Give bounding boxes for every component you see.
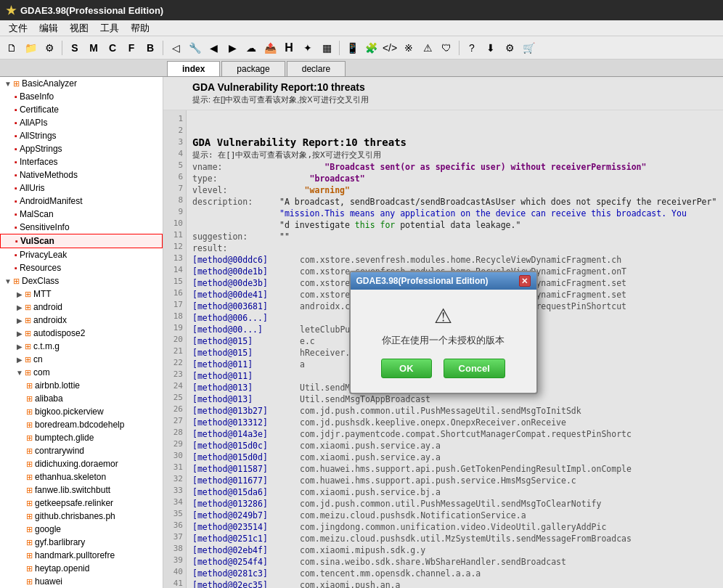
toolbar-arrow-right[interactable]: ▶ [224,39,241,57]
sidebar-item-airbnb[interactable]: ⊞ airbnb.lottie [0,379,163,392]
sidebar-item-ethanhua[interactable]: ⊞ ethanhua.skeleton [0,470,163,483]
item-icon: ⊞ [25,329,31,338]
sidebar-item-sensitiveinfo[interactable]: ▪ SensitiveInfo [0,221,163,234]
sidebar-item-handmark[interactable]: ⊞ handmark.pulltorefre [0,549,163,562]
toolbar-export[interactable]: 📤 [261,39,279,57]
toolbar-cart[interactable]: 🛒 [520,39,537,57]
toolbar-analyze[interactable]: ⚙ [41,39,58,57]
item-label: Interfaces [20,157,58,167]
dexclass-label: DexClass [22,276,59,286]
item-icon: ⊞ [26,394,33,404]
toolbar-open[interactable]: 📁 [22,39,39,57]
sidebar-item-mtt[interactable]: ▶ ⊞ MTT [0,287,163,301]
sidebar-item-google[interactable]: ⊞ google [0,523,163,536]
toolbar-c[interactable]: C [104,39,121,57]
item-label: SensitiveInfo [20,222,70,232]
toolbar-cloud[interactable]: ☁ [242,39,260,57]
sidebar-item-didichuxing[interactable]: ⊞ didichuxing.doraemor [0,457,163,470]
expand-androidx[interactable]: ▶ [15,317,25,324]
sidebar-item-malscan[interactable]: ▪ MalScan [0,208,163,221]
sidebar-item-androidx[interactable]: ▶ ⊞ androidx [0,314,163,327]
tree-root[interactable]: ▼ ⊞ BasicAnalyzer [0,77,163,90]
toolbar-new[interactable]: 🗋 [3,39,20,57]
toolbar-b[interactable]: B [142,39,159,57]
sidebar-item-gyf[interactable]: ⊞ gyf.barlibrary [0,536,163,549]
item-icon: ▪ [15,144,17,153]
menu-item-view[interactable]: 视图 [64,20,94,36]
menu-item-file[interactable]: 文件 [3,20,33,36]
toolbar-f[interactable]: F [123,39,140,57]
sidebar-item-android[interactable]: ▶ ⊞ android [0,301,163,314]
expand-cn[interactable]: ▶ [15,356,25,364]
sidebar-item-huawei[interactable]: ⊞ huawei [0,575,163,588]
toolbar-xml[interactable]: ※ [400,39,417,57]
main-layout: ▼ ⊞ BasicAnalyzer ▪ BaseInfo ▪ Certifica… [0,77,723,588]
expand-android[interactable]: ▶ [15,303,25,311]
expand-mtt[interactable]: ▶ [15,290,25,298]
sidebar-item-privacyleak[interactable]: ▪ PrivacyLeak [0,248,163,261]
toolbar-shield[interactable]: 🛡 [438,39,455,57]
toolbar-tool1[interactable]: 🔧 [186,39,203,57]
sidebar-item-interfaces[interactable]: ▪ Interfaces [0,155,163,168]
expand-dexclass[interactable]: ▼ [3,277,13,285]
sidebar-item-allstrings[interactable]: ▪ AllStrings [0,129,163,142]
tab-declare[interactable]: declare [287,61,346,76]
menu-item-tools[interactable]: 工具 [94,20,125,36]
toolbar-arrow-left2[interactable]: ◁ [167,39,184,57]
tab-bar: index package declare [0,60,723,77]
modal-ok-button[interactable]: OK [381,359,432,378]
toolbar-star[interactable]: ✦ [299,39,316,57]
expand-com[interactable]: ▼ [15,369,25,377]
toolbar-warning[interactable]: ⚠ [419,39,436,57]
modal-close-button[interactable]: ✕ [519,275,531,287]
sidebar-item-nativemethods[interactable]: ▪ NativeMethods [0,168,163,181]
sidebar-item-autodispose2[interactable]: ▶ ⊞ autodispose2 [0,327,163,340]
tree-dexclass[interactable]: ▼ ⊞ DexClass [0,274,163,287]
expand-autodispose2[interactable]: ▶ [15,330,25,338]
sidebar-item-github[interactable]: ⊞ github.chrisbanes.ph [0,510,163,523]
item-icon: ⊞ [26,577,33,587]
toolbar-code[interactable]: </> [381,39,399,57]
modal-body: ⚠ 你正在使用一个未授权的版本 OK Concel [351,290,536,393]
item-icon: ▪ [15,237,18,245]
sidebar-item-ctmg[interactable]: ▶ ⊞ c.t.m.g [0,340,163,353]
toolbar-settings[interactable]: ⚙ [501,39,518,57]
sidebar-item-bigkoo[interactable]: ⊞ bigkoo.pickerview [0,405,163,418]
toolbar-phone[interactable]: 📱 [343,39,361,57]
sidebar-item-alibaba[interactable]: ⊞ alibaba [0,392,163,405]
item-label: PrivacyLeak [20,250,67,260]
sidebar-item-cn[interactable]: ▶ ⊞ cn [0,353,163,366]
menu-item-help[interactable]: 帮助 [125,20,155,36]
toolbar-arrow-left[interactable]: ◀ [205,39,222,57]
toolbar-s[interactable]: S [66,39,83,57]
sidebar-item-baseinfo[interactable]: ▪ BaseInfo [0,90,163,103]
expand-root[interactable]: ▼ [3,80,13,88]
menu-item-edit[interactable]: 编辑 [33,20,64,36]
toolbar-puzzle[interactable]: 🧩 [362,39,380,57]
sidebar-item-resources[interactable]: ▪ Resources [0,261,163,274]
toolbar-download[interactable]: ⬇ [482,39,499,57]
sidebar-item-androidmanifest[interactable]: ▪ AndroidManifest [0,195,163,208]
toolbar-help[interactable]: ? [463,39,481,57]
sidebar-item-allapIs[interactable]: ▪ AllAPIs [0,116,163,129]
sidebar-item-appstrings[interactable]: ▪ AppStrings [0,142,163,155]
sidebar-item-contrarywind[interactable]: ⊞ contrarywind [0,444,163,457]
sidebar-item-com[interactable]: ▼ ⊞ com [0,366,163,379]
item-icon: ▪ [15,264,17,272]
item-label: AppStrings [20,144,62,154]
sidebar-item-vulscan[interactable]: ▪ VulScan [0,234,163,248]
tab-index[interactable]: index [167,61,220,76]
toolbar-m[interactable]: M [85,39,102,57]
sidebar-item-getkeepsafe[interactable]: ⊞ getkeepsafe.relinker [0,497,163,510]
sidebar-item-bumptech[interactable]: ⊞ bumptech.glide [0,431,163,444]
sidebar-item-fanwe[interactable]: ⊞ fanwe.lib.switchbutt [0,483,163,497]
modal-cancel-button[interactable]: Concel [444,359,505,378]
sidebar-item-boredream[interactable]: ⊞ boredream.bdcodehelp [0,418,163,431]
sidebar-item-heytap[interactable]: ⊞ heytap.openid [0,562,163,575]
toolbar-h-bold[interactable]: H [280,39,298,57]
sidebar-item-alluris[interactable]: ▪ AllUris [0,181,163,195]
toolbar-grid[interactable]: ▦ [318,39,335,57]
sidebar-item-certificate[interactable]: ▪ Certificate [0,103,163,116]
expand-ctmg[interactable]: ▶ [15,343,25,351]
tab-package[interactable]: package [221,61,285,76]
